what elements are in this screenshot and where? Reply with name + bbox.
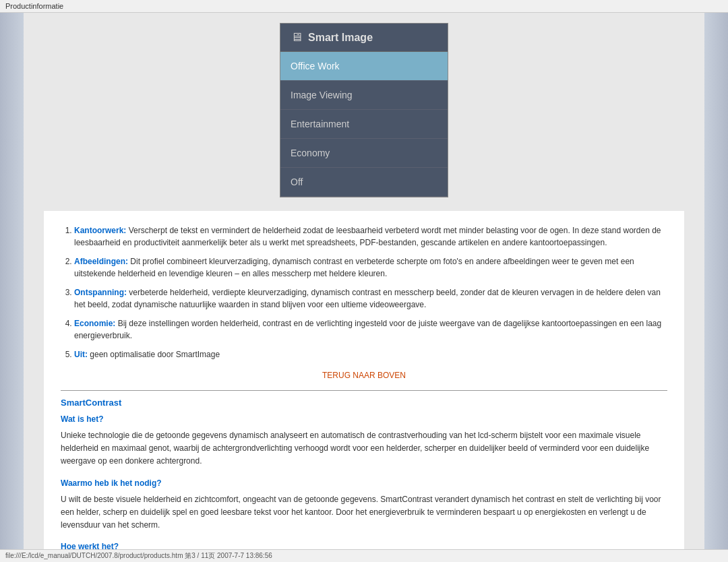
content-area: Kantoorwerk: Verscherpt de tekst en verm… [44, 211, 684, 562]
status-bar: file:///E:/lcd/e_manual/DUTCH/2007.8/pro… [0, 549, 728, 562]
highlight-5: Uit: [74, 350, 88, 359]
smart-image-title: Smart Image [308, 32, 373, 44]
menu-item-economy[interactable]: Economy [280, 139, 448, 168]
list-item-4: Economie: Bij deze instellingen worden h… [74, 317, 667, 342]
list-item-1: Kantoorwerk: Verscherpt de tekst en verm… [74, 224, 667, 249]
left-sidebar [0, 13, 24, 562]
sub-title-what: Wat is het? [61, 414, 667, 424]
list-item-5: Uit: geen optimalisatie door SmartImage [74, 348, 667, 361]
back-to-top[interactable]: TERUG NAAR BOVEN [61, 371, 667, 380]
title-bar-text: Productinformatie [5, 2, 63, 10]
divider-1 [61, 390, 667, 391]
smart-image-header: 🖥 Smart Image [280, 24, 448, 52]
menu-item-off[interactable]: Off [280, 168, 448, 197]
smart-image-icon: 🖥 [291, 30, 303, 44]
text-2: Dit profiel combineert kleurverzadiging,… [74, 257, 634, 278]
paragraph-2: U wilt de beste visuele helderheid en zi… [61, 493, 667, 532]
text-1: Verscherpt de tekst en vermindert de hel… [74, 226, 661, 247]
list-item-3: Ontspanning: verbeterde helderheid, verd… [74, 286, 667, 311]
highlight-1: Kantoorwerk: [74, 226, 126, 235]
menu-item-office-work[interactable]: Office Work [280, 52, 448, 81]
sub-title-why: Waarmo heb ik het nodig? [61, 478, 667, 488]
main-content: 🖥 Smart Image Office Work Image Viewing … [24, 13, 704, 562]
list-item-2: Afbeeldingen: Dit profiel combineert kle… [74, 255, 667, 280]
status-bar-text: file:///E:/lcd/e_manual/DUTCH/2007.8/pro… [5, 552, 272, 559]
text-4: Bij deze instellingen worden helderheid,… [74, 319, 661, 340]
text-3: verbeterde helderheid, verdiepte kleurve… [74, 288, 661, 309]
section-title-smartcontrast: SmartContrast [61, 398, 667, 408]
paragraph-1: Unieke technologie die de getoonde gegev… [61, 429, 667, 468]
highlight-3: Ontspanning: [74, 288, 127, 297]
right-sidebar [704, 13, 728, 562]
text-5: geen optimalisatie door SmartImage [90, 350, 220, 359]
menu-item-image-viewing[interactable]: Image Viewing [280, 81, 448, 110]
feature-list: Kantoorwerk: Verscherpt de tekst en verm… [74, 224, 667, 361]
highlight-2: Afbeeldingen: [74, 257, 128, 266]
title-bar: Productinformatie [0, 0, 728, 13]
highlight-4: Economie: [74, 319, 115, 328]
menu-item-entertainment[interactable]: Entertainment [280, 110, 448, 139]
smart-image-panel: 🖥 Smart Image Office Work Image Viewing … [280, 23, 448, 197]
